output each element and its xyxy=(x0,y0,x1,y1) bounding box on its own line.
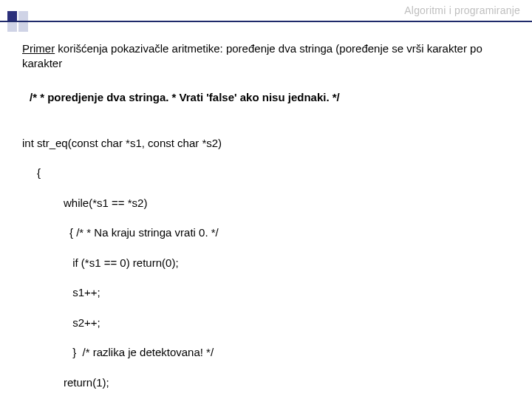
code-line: return(1); xyxy=(22,375,510,390)
header-rule xyxy=(0,21,532,22)
slide-header: Algoritmi i programiranje xyxy=(12,4,520,16)
square-icon xyxy=(7,22,17,32)
header-squares-icon xyxy=(7,11,28,32)
intro-rest: korišćenja pokazivačle aritmetike: poređ… xyxy=(22,42,482,69)
code-line: int str_eq(const char *s1, const char *s… xyxy=(22,136,510,151)
code-block: int str_eq(const char *s1, const char *s… xyxy=(22,121,510,400)
intro-lead: Primer xyxy=(22,42,55,55)
slide-content: Primer korišćenja pokazivačle aritmetike… xyxy=(22,41,510,399)
code-line: { /* * Na kraju stringa vrati 0. */ xyxy=(22,225,510,240)
square-icon xyxy=(18,22,28,32)
square-icon xyxy=(7,11,17,21)
code-line: } /* razlika je detektovana! */ xyxy=(22,345,510,360)
intro-text: Primer korišćenja pokazivačle aritmetike… xyxy=(22,41,510,72)
square-icon xyxy=(18,11,28,21)
code-line: while(*s1 == *s2) xyxy=(22,196,510,211)
slide: Algoritmi i programiranje Primer korišće… xyxy=(0,0,532,399)
top-comment: /* * poredjenje dva stringa. * Vrati 'fa… xyxy=(30,91,510,103)
code-line: { xyxy=(22,166,510,180)
header-title: Algoritmi i programiranje xyxy=(404,4,520,16)
code-line: s2++; xyxy=(22,316,510,330)
code-line: s1++; xyxy=(22,285,510,300)
code-line: if (*s1 == 0) return(0); xyxy=(22,256,510,270)
